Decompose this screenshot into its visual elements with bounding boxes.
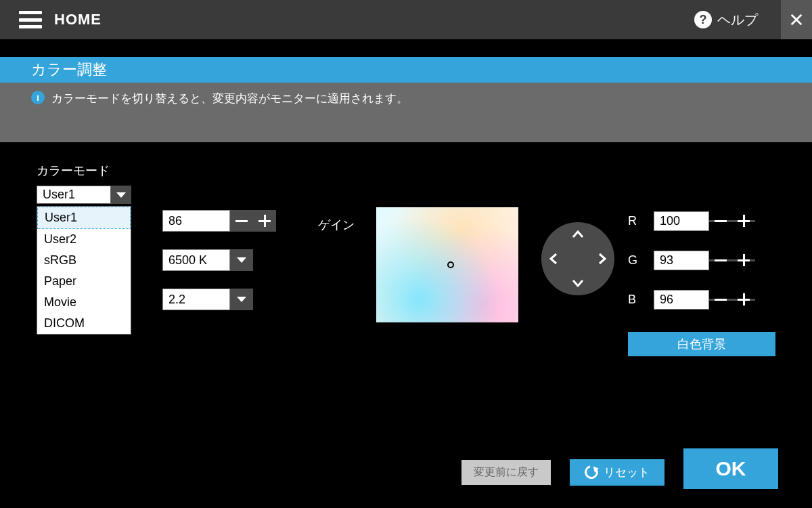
gain-r-minus-button[interactable] bbox=[709, 220, 732, 222]
gain-g-row: G bbox=[628, 249, 755, 271]
color-temp-field bbox=[162, 249, 276, 271]
brightness-minus-button[interactable] bbox=[230, 210, 253, 232]
gain-g-minus-button[interactable] bbox=[709, 259, 732, 261]
gain-r-input[interactable] bbox=[654, 211, 709, 231]
close-icon bbox=[789, 12, 804, 27]
reset-label: リセット bbox=[604, 465, 650, 480]
chevron-left-icon bbox=[549, 253, 558, 265]
gain-b-plus-button[interactable] bbox=[732, 299, 755, 301]
color-mode-dropdown: User1 User2 sRGB Paper Movie DICOM bbox=[37, 206, 131, 335]
ok-button[interactable]: OK bbox=[683, 448, 778, 489]
numeric-controls bbox=[162, 210, 276, 328]
gain-r-plus-button[interactable] bbox=[732, 220, 755, 222]
info-text: カラーモードを切り替えると、変更内容がモニターに適用されます。 bbox=[51, 91, 408, 106]
dpad-right-button[interactable] bbox=[598, 253, 606, 265]
minus-icon bbox=[715, 220, 727, 222]
gamma-input[interactable] bbox=[162, 289, 230, 310]
reset-icon bbox=[582, 463, 600, 481]
color-temp-input[interactable] bbox=[162, 249, 230, 271]
gain-b-input[interactable] bbox=[654, 290, 709, 310]
color-mode-option[interactable]: Movie bbox=[37, 292, 131, 313]
chevron-right-icon bbox=[598, 253, 606, 265]
chevron-down-icon bbox=[237, 257, 246, 263]
minus-icon bbox=[715, 299, 727, 301]
chevron-up-icon bbox=[572, 230, 584, 238]
dpad-up-button[interactable] bbox=[572, 230, 584, 238]
gain-b-label: B bbox=[628, 293, 654, 307]
color-temp-dropdown-button[interactable] bbox=[230, 249, 253, 271]
help-label: ヘルプ bbox=[717, 11, 758, 29]
gain-r-label: R bbox=[628, 214, 654, 228]
menu-icon[interactable] bbox=[19, 11, 42, 28]
chevron-down-icon bbox=[572, 279, 584, 287]
gain-b-row: B bbox=[628, 289, 755, 310]
brightness-input[interactable] bbox=[162, 210, 230, 232]
minus-icon bbox=[235, 220, 248, 222]
color-mode-option[interactable]: Paper bbox=[37, 271, 131, 292]
brightness-field bbox=[162, 210, 276, 232]
gamma-field bbox=[162, 289, 276, 310]
gain-label: ゲイン bbox=[318, 217, 355, 233]
color-mode-label: カラーモード bbox=[37, 163, 785, 179]
gain-r-row: R bbox=[628, 210, 755, 232]
page-title: カラー調整 bbox=[0, 57, 812, 83]
help-button[interactable]: ? ヘルプ bbox=[694, 11, 758, 29]
chevron-down-icon bbox=[237, 297, 246, 302]
white-background-button[interactable]: 白色背景 bbox=[628, 332, 775, 356]
info-bar: i カラーモードを切り替えると、変更内容がモニターに適用されます。 bbox=[0, 83, 812, 142]
content-area: カラーモード User1 User1 User2 sRGB Paper Movi… bbox=[0, 142, 812, 204]
gain-g-plus-button[interactable] bbox=[732, 259, 755, 261]
color-mode-value: User1 bbox=[37, 186, 111, 204]
color-mode-option[interactable]: User1 bbox=[37, 207, 131, 229]
gain-g-input[interactable] bbox=[654, 251, 709, 270]
brightness-plus-button[interactable] bbox=[253, 210, 276, 232]
dpad bbox=[541, 222, 614, 295]
color-mode-select[interactable]: User1 User1 User2 sRGB Paper Movie DICOM bbox=[37, 186, 131, 204]
close-button[interactable] bbox=[781, 0, 812, 39]
bottom-buttons: 変更前に戻す リセット OK bbox=[0, 455, 812, 489]
gamma-dropdown-button[interactable] bbox=[230, 289, 253, 310]
color-picker-pad[interactable] bbox=[376, 207, 518, 322]
color-mode-option[interactable]: DICOM bbox=[37, 313, 131, 334]
home-button[interactable]: HOME bbox=[54, 11, 102, 28]
minus-icon bbox=[715, 259, 727, 261]
color-mode-dropdown-button[interactable] bbox=[111, 186, 131, 204]
chevron-down-icon bbox=[116, 192, 126, 198]
color-mode-option[interactable]: User2 bbox=[37, 229, 131, 250]
color-mode-option[interactable]: sRGB bbox=[37, 250, 131, 271]
color-picker-cursor-icon bbox=[447, 261, 454, 268]
topbar: HOME ? ヘルプ bbox=[0, 0, 812, 39]
help-icon: ? bbox=[694, 11, 712, 28]
revert-button[interactable]: 変更前に戻す bbox=[461, 460, 551, 485]
gain-b-minus-button[interactable] bbox=[709, 299, 732, 301]
info-icon: i bbox=[31, 91, 45, 104]
reset-button[interactable]: リセット bbox=[570, 459, 664, 486]
gain-g-label: G bbox=[628, 253, 654, 268]
dpad-left-button[interactable] bbox=[549, 253, 558, 265]
rgb-controls: R G B bbox=[628, 210, 755, 328]
dpad-down-button[interactable] bbox=[572, 279, 584, 287]
